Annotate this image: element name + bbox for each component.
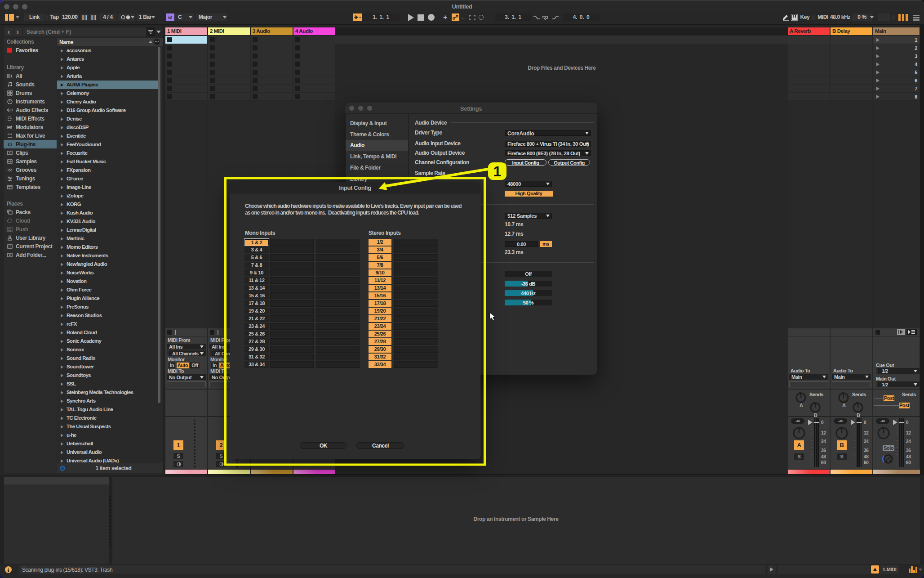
svg-text:1: 1: [493, 163, 502, 179]
